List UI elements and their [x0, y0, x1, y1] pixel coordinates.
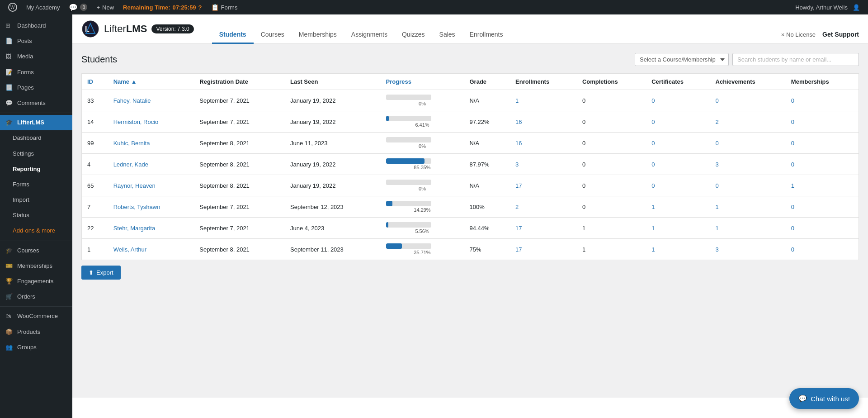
- tab-assignments[interactable]: Assignments: [344, 26, 395, 44]
- sidebar-item-memberships[interactable]: 🎫 Memberships: [0, 258, 72, 274]
- cell-id: 7: [82, 196, 108, 218]
- forms-link[interactable]: 📋 Forms: [207, 0, 242, 14]
- tab-courses[interactable]: Courses: [254, 26, 292, 44]
- col-last-seen[interactable]: Last Seen: [285, 74, 381, 90]
- sidebar-item-sub-forms[interactable]: Forms: [0, 177, 72, 192]
- progress-bar: [386, 116, 431, 121]
- sidebar-item-media[interactable]: 🖼 Media: [0, 49, 72, 64]
- cell-name: Stehr, Margarita: [108, 218, 194, 239]
- col-memberships[interactable]: Memberships: [786, 74, 859, 90]
- chat-button[interactable]: 💬 Chat with us!: [789, 388, 859, 409]
- cell-certificates: 1: [646, 239, 710, 260]
- col-achievements[interactable]: Achievements: [710, 74, 786, 90]
- sidebar-item-engagements[interactable]: 🏆 Engagements: [0, 274, 72, 289]
- col-enrollments[interactable]: Enrollments: [510, 74, 577, 90]
- sidebar-item-sub-settings[interactable]: Settings: [0, 146, 72, 162]
- notifications[interactable]: 💬 0: [64, 0, 92, 14]
- sidebar-item-posts[interactable]: 📄 Posts: [0, 33, 72, 49]
- cell-memberships: 0: [786, 90, 859, 111]
- col-registration[interactable]: Registration Date: [194, 74, 285, 90]
- svg-text:W: W: [10, 5, 15, 10]
- cell-id: 1: [82, 239, 108, 260]
- sidebar-item-courses[interactable]: 🎓 Courses: [0, 243, 72, 258]
- col-name[interactable]: Name ▲: [108, 74, 194, 90]
- col-id[interactable]: ID: [82, 74, 108, 90]
- sidebar-item-sub-import[interactable]: Import: [0, 192, 72, 208]
- search-input[interactable]: [732, 53, 859, 66]
- sidebar-item-groups[interactable]: 👥 Groups: [0, 340, 72, 355]
- cell-enrollments: 17: [510, 239, 577, 260]
- new-button[interactable]: + New: [92, 0, 118, 14]
- cell-progress: 5.56%: [381, 218, 464, 239]
- cell-achievements: 0: [710, 133, 786, 154]
- tab-sales[interactable]: Sales: [432, 26, 462, 44]
- get-support-button[interactable]: Get Support: [822, 31, 859, 38]
- col-progress[interactable]: Progress: [381, 74, 464, 90]
- tab-enrollments[interactable]: Enrollments: [462, 26, 510, 44]
- progress-label: 5.56%: [386, 228, 459, 234]
- cell-achievements: 2: [710, 111, 786, 133]
- cell-progress: 0%: [381, 90, 464, 111]
- cell-registration: September 8, 2021: [194, 175, 285, 196]
- cell-registration: September 8, 2021: [194, 239, 285, 260]
- courses-icon: 🎓: [5, 247, 14, 255]
- cell-grade: 75%: [464, 239, 510, 260]
- cell-enrollments: 2: [510, 196, 577, 218]
- engagements-icon: 🏆: [5, 277, 14, 285]
- cell-last-seen: January 19, 2022: [285, 175, 381, 196]
- site-name[interactable]: My Academy: [22, 0, 64, 14]
- cell-registration: September 8, 2021: [194, 133, 285, 154]
- cell-certificates: 1: [646, 196, 710, 218]
- cell-grade: 100%: [464, 196, 510, 218]
- cell-memberships: 0: [786, 111, 859, 133]
- dashboard-icon: ⊞: [5, 22, 14, 30]
- wp-logo[interactable]: W: [4, 0, 22, 14]
- export-button[interactable]: ⬆ Export: [81, 266, 121, 280]
- sidebar-item-lifterlms[interactable]: 🎓 LifterLMS: [0, 115, 72, 130]
- sidebar-item-sub-addons[interactable]: Add-ons & more: [0, 223, 72, 238]
- cell-achievements: 0: [710, 175, 786, 196]
- cell-memberships: 0: [786, 133, 859, 154]
- cell-name: Roberts, Tyshawn: [108, 196, 194, 218]
- posts-icon: 📄: [5, 37, 14, 45]
- progress-label: 6.41%: [386, 122, 459, 128]
- course-membership-select[interactable]: Select a Course/Membership: [635, 53, 729, 66]
- cell-completions: 0: [577, 90, 646, 111]
- sidebar-item-pages[interactable]: 📃 Pages: [0, 80, 72, 95]
- remaining-time[interactable]: Remaining Time: 07:25:59 ?: [118, 0, 207, 14]
- sidebar-item-comments[interactable]: 💬 Comments: [0, 95, 72, 111]
- cell-grade: N/A: [464, 133, 510, 154]
- sidebar-divider-3: [0, 306, 72, 307]
- col-completions[interactable]: Completions: [577, 74, 646, 90]
- header-actions: × No License Get Support: [781, 31, 859, 43]
- sidebar-item-sub-dashboard[interactable]: Dashboard: [0, 130, 72, 146]
- cell-certificates: 0: [646, 154, 710, 175]
- col-certificates[interactable]: Certificates: [646, 74, 710, 90]
- table-row: 99 Kuhic, Bernita September 8, 2021 June…: [82, 133, 859, 154]
- tab-quizzes[interactable]: Quizzes: [395, 26, 432, 44]
- sidebar-item-forms[interactable]: 📝 Forms: [0, 65, 72, 80]
- cell-memberships: 0: [786, 196, 859, 218]
- table-row: 33 Fahey, Natalie September 7, 2021 Janu…: [82, 90, 859, 111]
- memberships-icon: 🎫: [5, 262, 14, 270]
- sidebar-item-products[interactable]: 📦 Products: [0, 324, 72, 340]
- progress-bar: [386, 137, 431, 142]
- media-icon: 🖼: [5, 52, 14, 61]
- cell-id: 33: [82, 90, 108, 111]
- col-grade[interactable]: Grade: [464, 74, 510, 90]
- table-row: 22 Stehr, Margarita September 7, 2021 Ju…: [82, 218, 859, 239]
- export-icon: ⬆: [89, 269, 94, 276]
- forms-sidebar-icon: 📝: [5, 68, 14, 76]
- tab-memberships[interactable]: Memberships: [292, 26, 344, 44]
- sidebar-item-dashboard[interactable]: ⊞ Dashboard: [0, 18, 72, 33]
- sidebar-item-woocommerce[interactable]: 🛍 WooCommerce: [0, 309, 72, 324]
- cell-last-seen: January 19, 2022: [285, 90, 381, 111]
- cell-memberships: 0: [786, 218, 859, 239]
- sidebar-item-sub-status[interactable]: Status: [0, 208, 72, 223]
- cell-completions: 0: [577, 154, 646, 175]
- cell-last-seen: September 12, 2023: [285, 196, 381, 218]
- tab-students[interactable]: Students: [212, 26, 254, 44]
- progress-bar: [386, 243, 431, 249]
- sidebar-item-sub-reporting[interactable]: Reporting: [0, 162, 72, 177]
- sidebar-item-orders[interactable]: 🛒 Orders: [0, 289, 72, 304]
